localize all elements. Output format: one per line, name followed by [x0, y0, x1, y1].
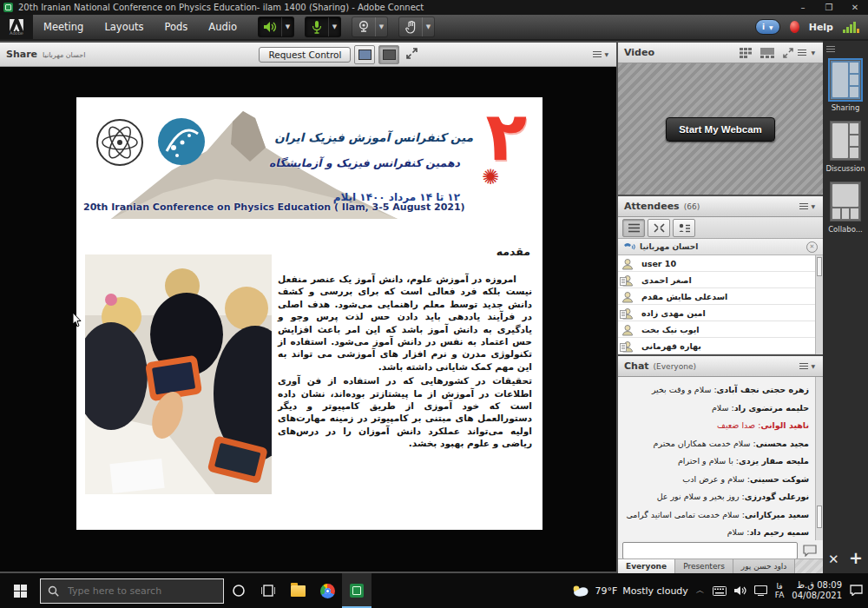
- start-button[interactable]: [0, 573, 40, 608]
- chat-sender-name: سمیه رحیم داد: [749, 527, 809, 537]
- attendee-list-view-button[interactable]: [622, 219, 645, 237]
- chat-sender-name: نورعلی گودرزی: [745, 492, 809, 501]
- layout-item[interactable]: Sharing: [830, 60, 861, 112]
- cortana-icon[interactable]: [224, 573, 253, 608]
- adobe-connect-taskbar-icon[interactable]: [342, 573, 372, 608]
- maximize-button[interactable]: ❐: [816, 0, 842, 15]
- chat-message-text: روز بخیر و سلام نور عل: [657, 492, 740, 501]
- layout-bar-menu-icon[interactable]: [826, 44, 835, 54]
- start-my-webcam-button[interactable]: Start My Webcam: [666, 117, 775, 142]
- volume-icon[interactable]: [734, 583, 746, 599]
- chat-pod-menu-icon[interactable]: ▼: [798, 360, 817, 373]
- layout-item[interactable]: Collabo...: [828, 182, 863, 234]
- speaker-icon[interactable]: [259, 17, 281, 36]
- close-button[interactable]: ✕: [842, 0, 868, 15]
- recording-indicator-icon[interactable]: [790, 21, 799, 33]
- menu-item[interactable]: Audio: [198, 15, 247, 39]
- fullscreen-expand-icon[interactable]: [406, 48, 418, 62]
- attendee-name: user 10: [641, 259, 676, 268]
- raise-hand-icon[interactable]: [399, 17, 422, 36]
- chat-sender-name: شوکت حسینی: [750, 474, 809, 484]
- presenter-view-button[interactable]: [354, 45, 375, 64]
- minimize-button[interactable]: –: [790, 0, 816, 15]
- speaker-control: ▼: [258, 17, 294, 37]
- close-pod-icon[interactable]: ✕: [828, 552, 839, 567]
- chat-message-text: سلام و وقت بخیر: [652, 385, 712, 394]
- speaker-dropdown-arrow[interactable]: ▼: [281, 17, 293, 36]
- taskbar-search-box[interactable]: [40, 578, 224, 604]
- microphone-icon[interactable]: [306, 17, 328, 36]
- taskbar-clock[interactable]: 08:09 ق.ظ 04/08/2021: [792, 580, 842, 601]
- slide-paragraph-1: امروزه در آموزش علوم، دانش آموز یک عنصر …: [278, 273, 532, 373]
- video-pod-menu-icon[interactable]: [798, 48, 806, 57]
- chat-tab[interactable]: Presenters: [675, 559, 733, 573]
- video-filmstrip-view-icon[interactable]: [760, 48, 774, 58]
- attendees-count: (66): [684, 202, 700, 211]
- attendee-status-view-button[interactable]: [673, 219, 695, 237]
- attendee-avatar-icon: [621, 307, 635, 319]
- add-layout-icon[interactable]: +: [849, 548, 863, 567]
- attendees-scrollbar[interactable]: [815, 255, 823, 354]
- menu-bar: Adobe MeetingLayoutsPodsAudio ▼ ▼ ▼: [0, 15, 868, 41]
- video-pod: Video ▼ Start My Webcam: [618, 43, 823, 195]
- full-screen-view-button[interactable]: [378, 45, 399, 64]
- video-pod-body: Start My Webcam: [618, 63, 823, 195]
- action-center-icon[interactable]: [850, 583, 863, 599]
- attendee-row[interactable]: اصغر احمدی: [618, 272, 816, 288]
- chat-message: سعید میرکارانی: سلام خدمت تمامی اساتید گ…: [621, 510, 809, 519]
- chat-message: حلیمه مرتضوی راد: سلام: [621, 403, 809, 413]
- share-pod-menu-icon[interactable]: ▼: [591, 48, 610, 61]
- help-menu[interactable]: Help: [809, 22, 833, 33]
- tray-overflow-chevron-icon[interactable]: ︿: [696, 585, 705, 597]
- raise-hand-control: ▼: [398, 17, 435, 37]
- menu-item[interactable]: Pods: [154, 15, 198, 39]
- task-view-icon[interactable]: [253, 573, 283, 608]
- layout-item[interactable]: Discussion: [825, 121, 865, 173]
- language-indicator[interactable]: فا FA: [775, 582, 785, 599]
- chrome-icon[interactable]: [312, 573, 342, 608]
- weather-temp: 79°F: [595, 585, 617, 597]
- chat-sender-name: ناهید الوانی: [760, 420, 809, 430]
- chat-tab[interactable]: Everyone: [618, 559, 675, 573]
- layout-items: Sharing Discussion: [823, 60, 868, 242]
- weather-widget[interactable]: 79°F Mostly cloudy: [572, 585, 687, 597]
- search-input[interactable]: [66, 585, 216, 598]
- attendee-breakout-view-button[interactable]: [648, 219, 670, 237]
- active-speaker-row[interactable]: احسان مهربانیا ✕: [618, 239, 823, 255]
- attendee-row[interactable]: user 10: [618, 255, 816, 272]
- chat-input[interactable]: [622, 542, 798, 559]
- video-grid-view-icon[interactable]: [740, 48, 752, 58]
- attendee-row[interactable]: اسدعلی طایش مقدم: [618, 288, 816, 305]
- raise-hand-dropdown-arrow[interactable]: ▼: [422, 17, 434, 36]
- attendee-row[interactable]: ایوب نیک بخت: [618, 321, 816, 338]
- chat-message: ملیحه صفار یزدی: با سلام و احترام: [621, 456, 809, 466]
- title-bar: 20th Iranian National Conference on Phys…: [0, 0, 868, 15]
- chat-scrollbar[interactable]: [815, 377, 823, 540]
- menu-item[interactable]: Layouts: [94, 15, 154, 39]
- adobe-logo: Adobe: [0, 15, 33, 39]
- network-display-icon[interactable]: [754, 583, 767, 599]
- connection-info-button[interactable]: i▼: [755, 19, 780, 35]
- file-explorer-icon[interactable]: [283, 573, 312, 608]
- touch-keyboard-icon[interactable]: [713, 583, 727, 599]
- chat-tab[interactable]: داود حسن پور: [733, 559, 796, 573]
- connection-signal-icon[interactable]: [843, 21, 859, 33]
- request-control-button[interactable]: Request Control: [259, 47, 351, 63]
- video-pod-header: Video ▼: [618, 43, 823, 63]
- webcam-dropdown-arrow[interactable]: ▼: [375, 17, 387, 36]
- microphone-dropdown-arrow[interactable]: ▼: [328, 17, 340, 36]
- chat-send-icon[interactable]: [801, 543, 819, 559]
- video-fullscreen-icon[interactable]: [783, 48, 793, 58]
- chat-message-text: سلام خدمت همکاران محترم: [654, 439, 751, 448]
- webcam-icon[interactable]: [352, 17, 375, 36]
- share-pod-title: Share: [6, 49, 37, 60]
- slide-en-caption: 20th Iranian Conference on Physics Educa…: [83, 202, 465, 213]
- physics-society-logo: [95, 118, 144, 167]
- dismiss-speaker-icon[interactable]: ✕: [806, 241, 818, 253]
- menu-item[interactable]: Meeting: [33, 15, 94, 39]
- attendee-row[interactable]: امین مهدی زاده: [618, 305, 816, 321]
- attendee-row[interactable]: بهاره قهرمانی: [618, 338, 816, 354]
- attendees-pod-title: Attendees: [624, 201, 680, 212]
- attendees-pod-menu-icon[interactable]: ▼: [798, 200, 817, 213]
- attendee-name: امین مهدی زاده: [641, 308, 706, 318]
